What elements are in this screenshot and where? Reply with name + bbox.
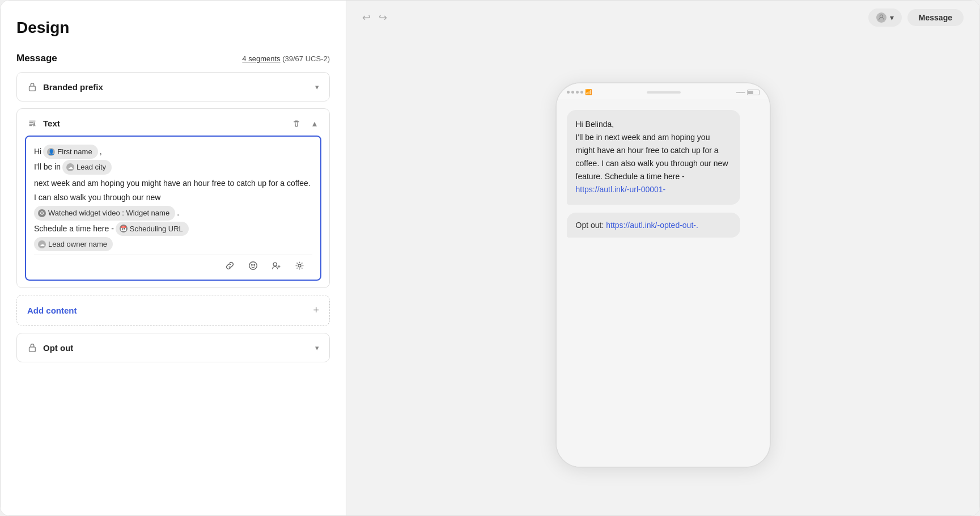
- editor-toolbar: [34, 255, 312, 275]
- editor-line-5: ☁ Lead owner name: [34, 237, 312, 251]
- opt-out-left: Opt out: [27, 342, 73, 353]
- branded-prefix-chevron[interactable]: ▾: [315, 83, 319, 91]
- avatar-person-icon: [878, 14, 885, 21]
- branded-prefix-left: Branded prefix: [27, 82, 103, 92]
- redo-button[interactable]: ↪: [379, 11, 387, 24]
- editor-line-4: Schedule a time here - 📅 Scheduling URL: [34, 222, 312, 236]
- first-name-tag[interactable]: 👤 First name: [43, 145, 97, 159]
- page-title: Design: [16, 19, 330, 37]
- svg-point-1: [33, 122, 35, 124]
- left-panel: Design Message 4 segments (39/67 UCS-2) …: [1, 1, 346, 515]
- phone-mockup: 📶 ━━━ Hi Belinda, I'll be in ne: [555, 82, 771, 468]
- opt-out-block: Opt out ▾: [16, 333, 330, 362]
- branded-prefix-title: Branded prefix: [43, 82, 103, 92]
- trash-icon: [292, 119, 301, 128]
- schedule-text: Schedule a time here -: [34, 222, 114, 236]
- calendar-icon: 📅: [120, 225, 128, 232]
- watched-widget-tag[interactable]: ⚙ Watched widget video : Widget name: [34, 206, 175, 220]
- contact-avatar-icon: [876, 12, 886, 23]
- text-block-actions: ▴: [290, 117, 319, 130]
- svg-point-2: [249, 262, 257, 270]
- add-icon: +: [313, 304, 319, 316]
- segments-link[interactable]: 4 segments: [242, 54, 280, 63]
- phone-message-line2: I'll be in next week and am hoping you m…: [576, 133, 728, 181]
- svg-rect-0: [29, 86, 36, 91]
- lock-icon: [27, 82, 37, 92]
- signal-dot-4: [580, 91, 583, 94]
- battery-icon: [747, 90, 760, 95]
- signal-dot-2: [571, 91, 574, 94]
- status-bar-center: [647, 91, 681, 94]
- opt-out-chevron[interactable]: ▾: [315, 344, 319, 352]
- signal-dot-3: [576, 91, 579, 94]
- next-week-text: next week and am hoping you might have a…: [34, 176, 312, 205]
- text-block-title-row: Text: [27, 119, 60, 129]
- editor-line-3: ⚙ Watched widget video : Widget name .: [34, 206, 312, 220]
- emoji-button[interactable]: [246, 260, 260, 272]
- delete-button[interactable]: [290, 118, 303, 129]
- message-label: Message: [16, 53, 57, 64]
- person-add-button[interactable]: [269, 260, 283, 272]
- branded-prefix-block: Branded prefix ▾: [16, 72, 330, 101]
- add-content-label: Add content: [27, 306, 77, 315]
- person-add-icon: [271, 261, 281, 270]
- toolbar-right: ▾ Message: [868, 9, 964, 27]
- redo-icon: ↪: [379, 12, 387, 23]
- segments-detail: (39/67 UCS-2): [282, 54, 330, 63]
- owner-icon: ☁: [38, 240, 46, 248]
- first-name-label: First name: [57, 145, 92, 158]
- signal-dot-1: [567, 91, 570, 94]
- phone-message-link[interactable]: https://autl.ink/-url-00001-: [576, 185, 666, 194]
- svg-point-3: [252, 265, 253, 266]
- undo-button[interactable]: ↩: [362, 11, 371, 24]
- svg-point-4: [254, 265, 255, 266]
- period-text: .: [177, 206, 179, 220]
- svg-point-6: [298, 264, 301, 267]
- lead-city-tag[interactable]: ☁ Lead city: [62, 160, 112, 174]
- svg-rect-7: [29, 347, 36, 352]
- text-icon: [27, 119, 37, 129]
- message-tab-button[interactable]: Message: [907, 9, 964, 26]
- contact-selector[interactable]: ▾: [868, 9, 902, 27]
- lead-owner-label: Lead owner name: [48, 238, 107, 251]
- settings-icon: [295, 261, 304, 270]
- opt-out-header[interactable]: Opt out ▾: [17, 333, 329, 362]
- branded-prefix-header[interactable]: Branded prefix ▾: [17, 73, 329, 101]
- text-block-title: Text: [43, 119, 60, 128]
- phone-message-line1: Hi Belinda,: [576, 120, 614, 129]
- editor-line-1: Hi 👤 First name ,: [34, 145, 312, 159]
- hi-text: Hi: [34, 145, 41, 159]
- cloud-icon: ☁: [66, 163, 74, 171]
- collapse-button[interactable]: ▴: [310, 117, 319, 130]
- lead-owner-tag[interactable]: ☁ Lead owner name: [34, 237, 113, 251]
- opt-out-lock-icon: [27, 342, 37, 353]
- toolbar-left: ↩ ↪: [362, 11, 387, 24]
- message-text: Hi Belinda, I'll be in next week and am …: [576, 118, 731, 197]
- wifi-icon: 📶: [585, 89, 592, 95]
- scheduling-url-tag[interactable]: 📅 Scheduling URL: [116, 222, 189, 236]
- svg-point-5: [273, 263, 277, 266]
- add-content-block[interactable]: Add content +: [16, 295, 330, 326]
- settings-button[interactable]: [292, 260, 307, 272]
- gear-pill-icon: ⚙: [38, 209, 46, 217]
- watched-widget-label: Watched widget video : Widget name: [48, 206, 169, 219]
- status-bar-right: ━━━: [736, 90, 760, 95]
- phone-content: Hi Belinda, I'll be in next week and am …: [557, 99, 770, 467]
- undo-icon: ↩: [362, 12, 371, 23]
- person-icon: 👤: [47, 148, 55, 156]
- battery-fill: [748, 91, 754, 94]
- link-button[interactable]: [223, 260, 237, 272]
- right-panel: ↩ ↪ ▾ Message: [346, 1, 979, 515]
- ill-be-in-text: I'll be in: [34, 160, 61, 174]
- message-header: Message 4 segments (39/67 UCS-2): [16, 53, 330, 64]
- message-bubble: Hi Belinda, I'll be in next week and am …: [567, 110, 740, 205]
- contact-dropdown-arrow: ▾: [890, 13, 894, 22]
- emoji-icon: [248, 261, 258, 270]
- lead-city-label: Lead city: [77, 160, 106, 174]
- segments-info: 4 segments (39/67 UCS-2): [242, 54, 330, 63]
- comma-text: ,: [100, 145, 102, 159]
- right-toolbar: ↩ ↪ ▾ Message: [346, 1, 979, 35]
- opt-out-link[interactable]: https://autl.ink/-opted-out-.: [606, 221, 698, 230]
- text-editor[interactable]: Hi 👤 First name , I'll be in ☁ Lead city…: [25, 136, 321, 281]
- phone-status-bar: 📶 ━━━: [557, 83, 770, 99]
